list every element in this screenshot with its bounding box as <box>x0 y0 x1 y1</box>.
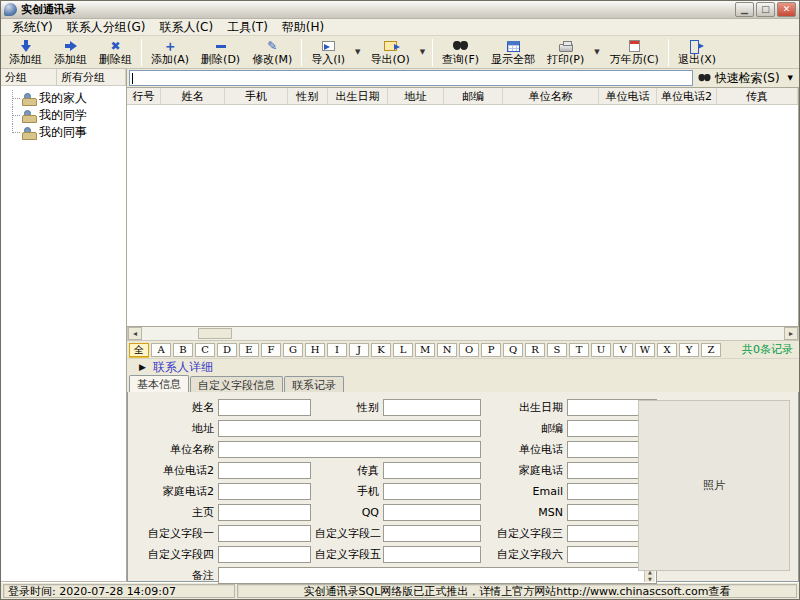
close-button[interactable]: ✕ <box>777 2 796 17</box>
export-button[interactable]: 导出(O) <box>364 37 415 68</box>
delete-contact-button[interactable]: 删除(D) <box>195 37 246 68</box>
company-field[interactable] <box>218 441 481 458</box>
contact-detail-header[interactable]: ▶ 联系人详细 <box>127 358 799 375</box>
table-body-empty[interactable] <box>127 105 798 326</box>
column-header-mobile[interactable]: 手机 <box>225 88 288 104</box>
alpha-filter[interactable]: H <box>305 343 325 357</box>
column-header-address[interactable]: 地址 <box>388 88 444 104</box>
alpha-filter[interactable]: G <box>283 343 303 357</box>
alpha-filter-all[interactable]: 全 <box>129 343 149 357</box>
title-bar[interactable]: 实创通讯录 ▁ □ ✕ <box>1 1 799 19</box>
sidebar-header-all-groups[interactable]: 所有分组 <box>57 69 126 85</box>
add-group-button[interactable]: 添加组 <box>3 37 48 68</box>
tab-basic-info[interactable]: 基本信息 <box>129 375 189 392</box>
column-header-company[interactable]: 单位名称 <box>503 88 599 104</box>
menu-tools[interactable]: 工具(T) <box>220 18 275 37</box>
show-all-button[interactable]: 显示全部 <box>485 37 541 68</box>
alpha-filter[interactable]: P <box>481 343 501 357</box>
alpha-filter[interactable]: K <box>371 343 391 357</box>
column-header-fax[interactable]: 传真 <box>717 88 798 104</box>
alpha-filter[interactable]: A <box>151 343 171 357</box>
sidebar-header-groups[interactable]: 分组 <box>1 69 57 85</box>
menu-help[interactable]: 帮助(H) <box>275 18 331 37</box>
import-button[interactable]: 导入(I) <box>305 37 351 68</box>
calendar-button[interactable]: 万年历(C) <box>604 37 665 68</box>
column-header-rownum[interactable]: 行号 <box>127 88 161 104</box>
alpha-filter[interactable]: F <box>261 343 281 357</box>
minimize-button[interactable]: ▁ <box>735 2 754 17</box>
alpha-filter[interactable]: Q <box>503 343 523 357</box>
column-header-birthdate[interactable]: 出生日期 <box>328 88 388 104</box>
qq-field[interactable] <box>383 504 481 521</box>
alpha-filter[interactable]: M <box>415 343 435 357</box>
menu-system[interactable]: 系统(Y) <box>5 18 60 37</box>
add-subgroup-button[interactable]: 添加组 <box>48 37 93 68</box>
custom5-field[interactable] <box>383 546 481 563</box>
export-icon <box>384 41 397 51</box>
custom4-field[interactable] <box>218 546 311 563</box>
column-header-work-phone[interactable]: 单位电话 <box>599 88 657 104</box>
import-dropdown-arrow-icon[interactable]: ▼ <box>351 48 364 56</box>
scroll-right-arrow-icon[interactable]: ▸ <box>784 327 798 340</box>
alpha-filter[interactable]: I <box>327 343 347 357</box>
add-contact-button[interactable]: ＋ 添加(A) <box>145 37 195 68</box>
exit-button[interactable]: 退出(X) <box>672 37 722 68</box>
alpha-filter[interactable]: C <box>195 343 215 357</box>
mobile-field[interactable] <box>383 483 481 500</box>
edit-contact-button[interactable]: ✎ 修改(M) <box>246 37 298 68</box>
alpha-filter[interactable]: B <box>173 343 193 357</box>
alpha-filter[interactable]: Y <box>679 343 699 357</box>
alpha-filter[interactable]: W <box>635 343 655 357</box>
quick-search-button[interactable]: 快速检索(S) <box>693 70 784 87</box>
gender-field[interactable] <box>383 399 481 416</box>
tab-contact-records[interactable]: 联系记录 <box>284 376 344 392</box>
alpha-filter[interactable]: V <box>613 343 633 357</box>
alpha-filter[interactable]: E <box>239 343 259 357</box>
export-dropdown-arrow-icon[interactable]: ▼ <box>416 48 429 56</box>
home-phone2-field[interactable] <box>218 483 311 500</box>
column-header-gender[interactable]: 性别 <box>288 88 328 104</box>
quick-search-dropdown-arrow-icon[interactable]: ▼ <box>784 74 797 82</box>
tree-item-colleagues[interactable]: 我的同事 <box>9 124 124 141</box>
column-header-name[interactable]: 姓名 <box>161 88 225 104</box>
work-phone2-field[interactable] <box>218 462 311 479</box>
alpha-filter[interactable]: X <box>657 343 677 357</box>
alpha-filter[interactable]: J <box>349 343 369 357</box>
alpha-filter[interactable]: Z <box>701 343 721 357</box>
expander-triangle-icon[interactable]: ▶ <box>139 362 146 372</box>
alpha-filter[interactable]: L <box>393 343 413 357</box>
alpha-filter[interactable]: U <box>591 343 611 357</box>
custom1-field[interactable] <box>218 525 311 542</box>
scrollbar-thumb[interactable] <box>198 328 232 339</box>
print-button[interactable]: 打印(P) <box>541 37 590 68</box>
tab-custom-fields[interactable]: 自定义字段信息 <box>190 376 283 392</box>
column-header-zipcode[interactable]: 邮编 <box>444 88 503 104</box>
menu-contacts[interactable]: 联系人(C) <box>152 18 220 37</box>
custom2-field[interactable] <box>383 525 481 542</box>
delete-group-button[interactable]: ✖ 删除组 <box>93 37 138 68</box>
tree-item-classmates[interactable]: 我的同学 <box>9 107 124 124</box>
homepage-field[interactable] <box>218 504 311 521</box>
horizontal-scrollbar[interactable]: ◂ ▸ <box>127 327 799 341</box>
quick-search-input[interactable] <box>129 70 693 86</box>
menu-contact-groups[interactable]: 联系人分组(G) <box>60 18 153 37</box>
fax-field[interactable] <box>383 462 481 479</box>
column-header-work-phone2[interactable]: 单位电话2 <box>657 88 717 104</box>
menu-bar: 系统(Y) 联系人分组(G) 联系人(C) 工具(T) 帮助(H) <box>1 19 799 36</box>
search-button[interactable]: 查询(F) <box>436 37 485 68</box>
tree-item-family[interactable]: 我的家人 <box>9 90 124 107</box>
note-field[interactable]: ▲▼ <box>218 567 657 584</box>
alpha-filter[interactable]: T <box>569 343 589 357</box>
alpha-filter[interactable]: D <box>217 343 237 357</box>
alpha-filter[interactable]: R <box>525 343 545 357</box>
print-dropdown-arrow-icon[interactable]: ▼ <box>590 48 603 56</box>
field-label-address: 地址 <box>138 421 214 436</box>
scroll-left-arrow-icon[interactable]: ◂ <box>128 327 142 340</box>
alpha-filter[interactable]: N <box>437 343 457 357</box>
address-field[interactable] <box>218 420 481 437</box>
alpha-filter[interactable]: O <box>459 343 479 357</box>
alpha-filter[interactable]: S <box>547 343 567 357</box>
maximize-button[interactable]: □ <box>756 2 775 17</box>
name-field[interactable] <box>218 399 311 416</box>
table-icon <box>507 41 520 52</box>
